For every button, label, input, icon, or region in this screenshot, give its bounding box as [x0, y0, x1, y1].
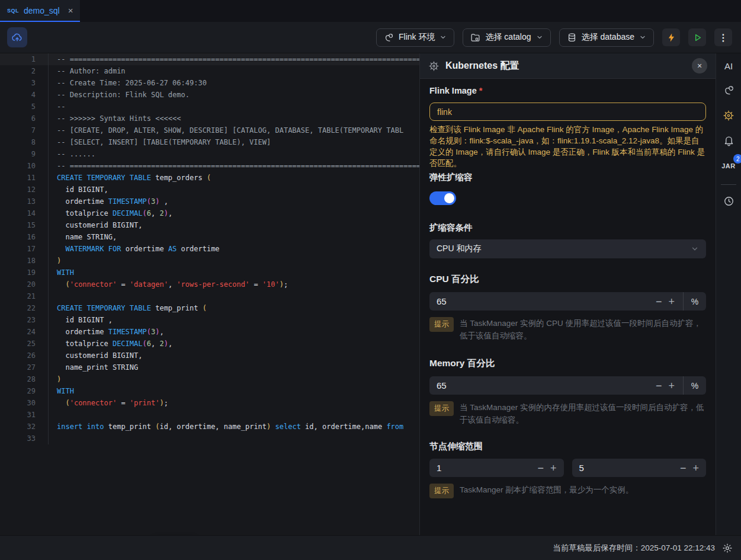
memory-increment-button[interactable]: +: [664, 380, 679, 391]
line-number: 6: [0, 113, 36, 124]
hint-badge: 提示: [429, 484, 454, 498]
sql-code-editor[interactable]: 1-- ====================================…: [0, 53, 419, 535]
line-number: 2: [0, 65, 36, 77]
code-line: 7-- [CREATE, DROP, ALTER, SHOW, DESCRIBE…: [0, 124, 419, 136]
line-number: 30: [0, 397, 36, 409]
line-number: 32: [0, 421, 36, 433]
panel-header: Kubernetes 配置 ×: [420, 53, 716, 79]
line-number: 13: [0, 196, 36, 207]
code-text: -- >>>>>> Syntax Hints <<<<<<: [49, 113, 419, 124]
run-button[interactable]: [688, 28, 706, 46]
elastic-scaling-toggle[interactable]: [429, 191, 456, 205]
cpu-decrement-button[interactable]: −: [652, 296, 665, 307]
node-range-label: 节点伸缩范围: [429, 441, 706, 452]
code-line: 1-- ====================================…: [0, 53, 419, 65]
cloud-upload-button[interactable]: [7, 27, 27, 47]
settings-button[interactable]: [722, 543, 733, 553]
flink-squirrel-button[interactable]: [723, 85, 734, 96]
min-decrement-button[interactable]: −: [533, 463, 546, 473]
code-line: 2-- Author: admin: [0, 65, 419, 77]
code-text: -- Create Time: 2025-06-27 06:49:30: [49, 77, 419, 89]
kubernetes-config-button[interactable]: [723, 110, 734, 121]
code-text: -- [SELECT, INSERT] [TABLE(TEMPORARY TAB…: [49, 136, 419, 148]
history-button[interactable]: [723, 196, 734, 207]
tab-title: demo_sql: [24, 6, 60, 15]
gutter-border: [36, 136, 49, 148]
rail-divider: [721, 184, 736, 185]
ai-assistant-button[interactable]: AI: [724, 61, 733, 71]
node-range-min-input[interactable]: 1 − +: [429, 459, 564, 477]
code-text: customerid BIGINT,: [49, 350, 419, 361]
chevron-down-icon: [639, 34, 646, 41]
kubernetes-config-panel: Kubernetes 配置 × Flink Image* flink 检查到该 …: [419, 53, 716, 535]
flink-image-warning: 检查到该 Flink Image 非 Apache Flink 的官方 Imag…: [429, 124, 706, 169]
node-range-max-input[interactable]: 5 − +: [572, 459, 707, 477]
catalog-dropdown[interactable]: 选择 catalog: [463, 28, 550, 47]
database-dropdown[interactable]: 选择 database: [559, 28, 655, 47]
code-line: 11CREATE TEMPORARY TABLE temp_orders (: [0, 172, 419, 184]
memory-unit: %: [684, 381, 706, 391]
code-line: 13 ordertime TIMESTAMP(3) ,: [0, 196, 419, 207]
tab-bar: SQL demo_sql ×: [0, 0, 741, 22]
min-increment-button[interactable]: +: [546, 463, 564, 473]
code-line: 14 totalprice DECIMAL(6, 2),: [0, 207, 419, 219]
gutter-border: [36, 373, 49, 385]
notifications-button[interactable]: [723, 135, 734, 146]
flink-env-label: Flink 环境: [399, 32, 435, 43]
jar-button[interactable]: JAR 2: [721, 160, 736, 171]
max-increment-button[interactable]: +: [688, 463, 706, 473]
gutter-border: [36, 231, 49, 243]
memory-decrement-button[interactable]: −: [652, 380, 665, 391]
code-text: id BIGINT ,: [49, 314, 419, 326]
gutter-border: [36, 338, 49, 350]
gutter-border: [36, 397, 49, 409]
line-number: 9: [0, 148, 36, 160]
cpu-increment-button[interactable]: +: [664, 296, 679, 307]
debug-run-button[interactable]: [662, 28, 680, 46]
code-text: totalprice DECIMAL(6, 2),: [49, 338, 419, 350]
flink-env-dropdown[interactable]: Flink 环境: [376, 28, 454, 47]
code-line: 29WITH: [0, 385, 419, 397]
code-text: -- ......: [49, 148, 419, 160]
code-text: ('connector' = 'datagen', 'rows-per-seco…: [49, 279, 419, 290]
tab-close-icon[interactable]: ×: [68, 5, 73, 15]
code-line: 27 name_print STRING: [0, 361, 419, 373]
code-text: insert into temp_print (id, ordertime, n…: [49, 421, 419, 433]
hint-text: 当 TaskManager 实例的 CPU 使用率超过该值一段时间后自动扩容，低…: [460, 317, 706, 342]
scaling-condition-label: 扩缩容条件: [429, 222, 706, 233]
clock-icon: [723, 196, 734, 207]
max-decrement-button[interactable]: −: [676, 463, 689, 473]
gutter-border: [36, 124, 49, 136]
tab-demo-sql[interactable]: SQL demo_sql ×: [0, 0, 80, 22]
code-line: 30 ('connector' = 'print');: [0, 397, 419, 409]
gutter-border: [36, 290, 49, 302]
memory-percent-value: 65: [429, 380, 652, 391]
scaling-condition-value: CPU 和内存: [437, 244, 691, 254]
code-line: 21: [0, 290, 419, 302]
close-icon: ×: [697, 61, 702, 71]
scaling-condition-select[interactable]: CPU 和内存: [429, 239, 706, 258]
cpu-percent-input[interactable]: 65 − + %: [429, 292, 706, 311]
code-text: -- =====================================…: [49, 160, 419, 172]
flink-image-input[interactable]: flink: [429, 103, 706, 121]
chevron-down-icon: [440, 34, 447, 41]
flink-image-value: flink: [437, 107, 452, 117]
line-number: 33: [0, 433, 36, 444]
memory-percent-input[interactable]: 65 − + %: [429, 376, 706, 395]
required-asterisk: *: [479, 86, 483, 95]
panel-close-button[interactable]: ×: [692, 58, 707, 73]
line-number: 26: [0, 350, 36, 361]
line-number: 28: [0, 373, 36, 385]
code-line: 15 customerid BIGINT,: [0, 219, 419, 231]
hint-badge: 提示: [429, 401, 454, 416]
more-options-button[interactable]: ⋮: [714, 28, 732, 46]
node-range-hint: 提示 TaskManger 副本扩缩容范围，最少为一个实例。: [429, 484, 706, 498]
gutter-border: [36, 101, 49, 113]
code-line: 19WITH: [0, 267, 419, 279]
line-number: 18: [0, 255, 36, 267]
memory-percent-label: Memory 百分比: [429, 357, 706, 370]
line-number: 17: [0, 243, 36, 255]
gutter-border: [36, 267, 49, 279]
code-line: 9-- ......: [0, 148, 419, 160]
code-text: name STRING,: [49, 231, 419, 243]
